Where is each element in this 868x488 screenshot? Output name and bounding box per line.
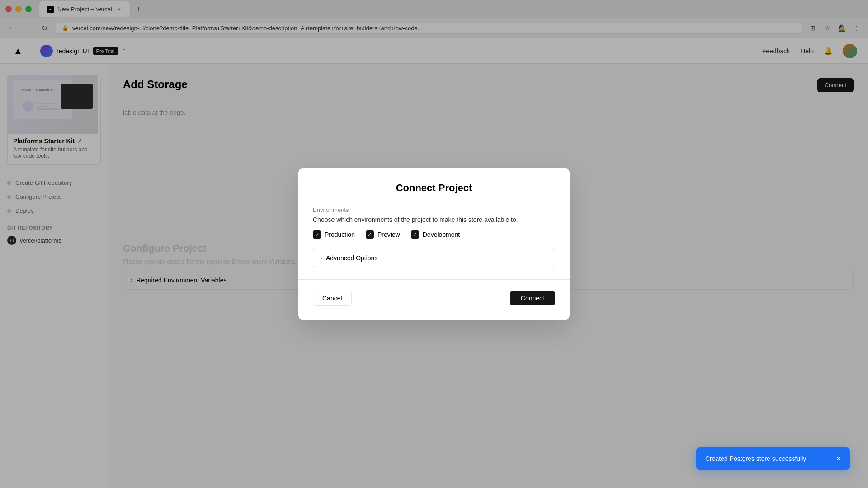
production-checkbox-label[interactable]: ✓ Production — [313, 230, 355, 239]
preview-checkbox-label[interactable]: ✓ Preview — [366, 230, 400, 239]
preview-checkbox[interactable]: ✓ — [366, 230, 374, 239]
modal-connect-button[interactable]: Connect — [510, 291, 555, 305]
connect-project-modal: Connect Project Environments Choose whic… — [298, 168, 570, 320]
cancel-button[interactable]: Cancel — [313, 291, 352, 306]
toast-close-button[interactable]: × — [836, 455, 841, 463]
modal-divider — [298, 279, 570, 280]
production-label: Production — [325, 231, 355, 238]
environment-checkboxes: ✓ Production ✓ Preview ✓ Development — [313, 230, 555, 239]
success-toast: Created Postgres store successfully × — [696, 447, 850, 470]
toast-message: Created Postgres store successfully — [705, 455, 806, 462]
advanced-options-chevron-icon: › — [321, 255, 322, 261]
development-checkbox-label[interactable]: ✓ Development — [411, 230, 460, 239]
modal-footer: Cancel Connect — [313, 291, 555, 306]
development-checkbox[interactable]: ✓ — [411, 230, 419, 239]
advanced-options-label: Advanced Options — [326, 254, 377, 262]
modal-overlay[interactable]: Connect Project Environments Choose whic… — [0, 0, 868, 488]
production-checkbox[interactable]: ✓ — [313, 230, 321, 239]
modal-title: Connect Project — [313, 182, 555, 194]
advanced-options-toggle[interactable]: › Advanced Options — [313, 248, 555, 268]
development-label: Development — [423, 231, 460, 238]
preview-label: Preview — [377, 231, 400, 238]
modal-description: Choose which environments of the project… — [313, 216, 555, 223]
modal-section-label: Environments — [313, 206, 555, 213]
